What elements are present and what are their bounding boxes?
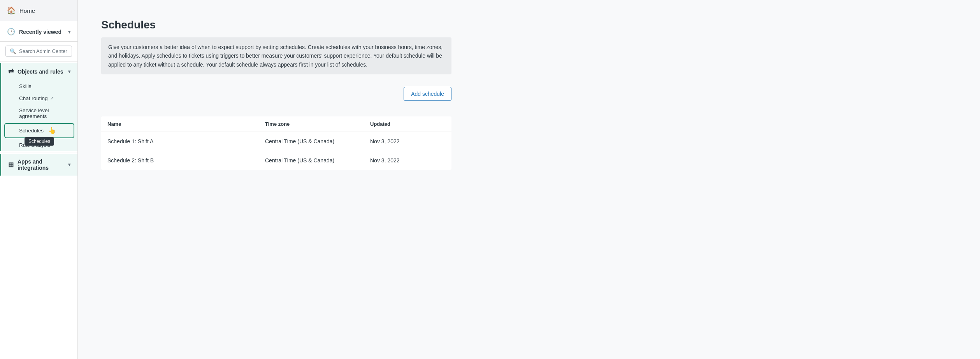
col-header-updated: Updated — [364, 116, 451, 132]
service-level-label: Service level agreements — [19, 107, 70, 119]
apps-and-integrations-label: Apps and integrations — [18, 158, 68, 171]
apps-and-integrations-left: ⊞ Apps and integrations — [8, 158, 68, 171]
apps-and-integrations-chevron: ▾ — [68, 162, 70, 167]
apps-icon: ⊞ — [8, 161, 14, 169]
rule-analysis-label: Rule analysis — [19, 142, 50, 148]
table-row[interactable]: Schedule 1: Shift A Central Time (US & C… — [101, 132, 451, 151]
objects-and-rules-section: ⇄ Objects and rules ▾ Skills Chat routin… — [0, 63, 77, 151]
objects-and-rules-left: ⇄ Objects and rules — [8, 67, 63, 76]
page-description: Give your customers a better idea of whe… — [101, 37, 451, 74]
table-row[interactable]: Schedule 2: Shift B Central Time (US & C… — [101, 151, 451, 170]
objects-and-rules-chevron: ▾ — [68, 69, 70, 74]
schedule-name-1: Schedule 1: Shift A — [101, 132, 259, 151]
recently-viewed-chevron: ▾ — [68, 29, 70, 35]
sidebar-home-label: Home — [19, 7, 35, 14]
page-title: Schedules — [101, 19, 957, 31]
add-schedule-button[interactable]: Add schedule — [404, 87, 451, 101]
sidebar-item-rule-analysis[interactable]: Rule analysis — [1, 139, 77, 151]
apps-and-integrations-section: ⊞ Apps and integrations ▾ — [0, 154, 77, 176]
schedules-label: Schedules — [19, 128, 44, 134]
objects-icon: ⇄ — [8, 67, 14, 76]
schedules-table: Name Time zone Updated Schedule 1: Shift… — [101, 116, 451, 170]
chat-routing-label: Chat routing — [19, 95, 48, 101]
schedule-timezone-1: Central Time (US & Canada) — [259, 132, 364, 151]
clock-icon: 🕐 — [7, 28, 15, 36]
sidebar-item-service-level[interactable]: Service level agreements — [1, 104, 77, 122]
divider-2 — [0, 41, 77, 42]
schedules-tooltip-wrapper: Schedules 👆 Schedules — [1, 123, 77, 138]
objects-and-rules-label: Objects and rules — [18, 69, 63, 75]
table-header-row: Name Time zone Updated — [101, 116, 451, 132]
skills-label: Skills — [19, 83, 32, 89]
recently-viewed-section[interactable]: 🕐 Recently viewed ▾ — [0, 23, 77, 40]
search-box[interactable]: 🔍 Search Admin Center — [5, 46, 72, 57]
divider-4 — [0, 153, 77, 153]
divider-1 — [0, 22, 77, 22]
main-content: Schedules Give your customers a better i… — [78, 0, 980, 359]
col-header-timezone: Time zone — [259, 116, 364, 132]
cursor-icon: 👆 — [48, 127, 56, 134]
sidebar-item-skills[interactable]: Skills — [1, 80, 77, 92]
divider-3 — [0, 62, 77, 62]
sidebar-item-schedules[interactable]: Schedules 👆 — [4, 123, 74, 138]
col-header-name: Name — [101, 116, 259, 132]
objects-and-rules-header[interactable]: ⇄ Objects and rules ▾ — [1, 63, 77, 80]
recently-viewed-label: Recently viewed — [19, 29, 61, 35]
schedule-name-2: Schedule 2: Shift B — [101, 151, 259, 170]
home-icon: 🏠 — [7, 6, 16, 15]
apps-and-integrations-header[interactable]: ⊞ Apps and integrations ▾ — [1, 154, 77, 176]
search-icon: 🔍 — [10, 48, 16, 54]
sidebar-item-chat-routing[interactable]: Chat routing ↗ — [1, 92, 77, 104]
objects-sub-items: Skills Chat routing ↗ Service level agre… — [1, 80, 77, 151]
schedule-timezone-2: Central Time (US & Canada) — [259, 151, 364, 170]
recently-viewed-left: 🕐 Recently viewed — [7, 28, 61, 36]
schedule-updated-1: Nov 3, 2022 — [364, 132, 451, 151]
search-placeholder: Search Admin Center — [19, 48, 67, 54]
search-container: 🔍 Search Admin Center — [0, 42, 77, 61]
sidebar: 🏠 Home 🕐 Recently viewed ▾ 🔍 Search Admi… — [0, 0, 78, 359]
schedule-updated-2: Nov 3, 2022 — [364, 151, 451, 170]
sidebar-home[interactable]: 🏠 Home — [0, 0, 77, 21]
external-link-icon: ↗ — [50, 96, 54, 101]
